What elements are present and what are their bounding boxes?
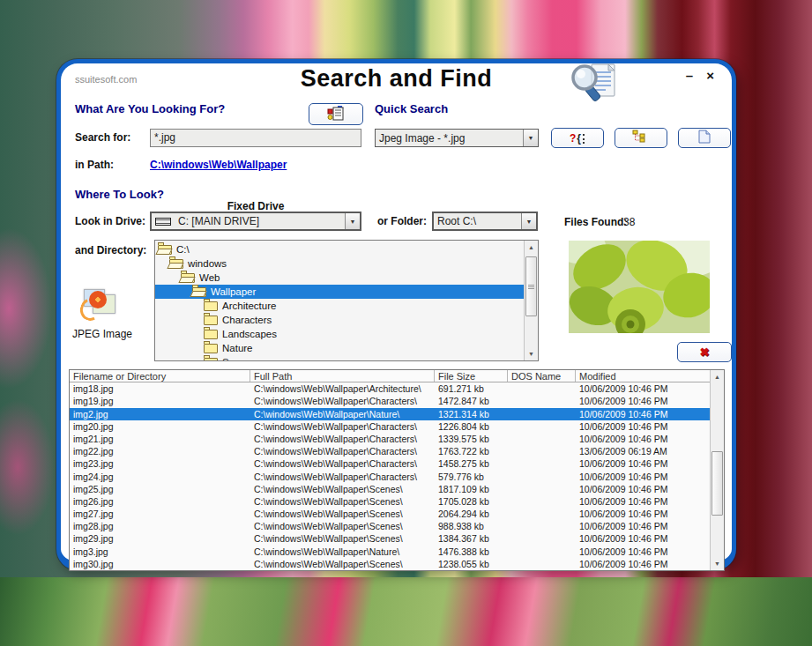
table-scrollbar[interactable] (710, 370, 724, 570)
magnifier-document-icon (565, 62, 620, 109)
tree-item[interactable]: Characters (155, 313, 524, 327)
col-fullpath[interactable]: Full Path (250, 370, 435, 382)
folder-icon (204, 316, 218, 325)
table-row[interactable]: img24.jpg C:\windows\Web\Wallpaper\Chara… (70, 471, 710, 483)
drive-select[interactable]: C: [MAIN DRIVE] (150, 212, 361, 231)
directory-tree[interactable]: C:\ windows Web Wallpaper Architecture C… (154, 240, 539, 361)
tree-item-label: Nature (222, 343, 253, 353)
hard-drive-icon (155, 218, 171, 226)
table-row[interactable]: img27.jpg C:\windows\Web\Wallpaper\Scene… (70, 508, 710, 520)
desktop-wallpaper-left (0, 203, 63, 555)
cell-filesize: 1763.722 kb (435, 445, 508, 457)
table-row[interactable]: img22.jpg C:\windows\Web\Wallpaper\Chara… (70, 445, 710, 457)
table-row[interactable]: img29.jpg C:\windows\Web\Wallpaper\Scene… (70, 532, 710, 545)
cell-filename: img28.jpg (70, 520, 250, 532)
table-row[interactable]: img30.jpg C:\windows\Web\Wallpaper\Scene… (70, 558, 710, 570)
cell-fullpath: C:\windows\Web\Wallpaper\Scenes\ (250, 483, 435, 495)
scroll-down-icon[interactable] (525, 347, 538, 360)
cell-filename: img30.jpg (70, 558, 250, 570)
cell-fullpath: C:\windows\Web\Wallpaper\Characters\ (250, 457, 435, 470)
tree-item[interactable]: Web (155, 271, 524, 285)
cell-filesize: 1321.314 kb (435, 408, 508, 420)
cell-modified: 10/06/2009 10:46 PM (576, 395, 710, 407)
col-modified[interactable]: Modified (576, 370, 710, 382)
path-link[interactable]: C:\windows\Web\Wallpaper (150, 159, 287, 171)
tree-item[interactable]: Nature (155, 341, 524, 355)
cell-filesize: 1238.055 kb (435, 558, 508, 570)
table-row[interactable]: img21.jpg C:\windows\Web\Wallpaper\Chara… (70, 433, 710, 445)
minimize-button[interactable]: – (686, 69, 693, 83)
cell-fullpath: C:\windows\Web\Wallpaper\Characters\ (250, 420, 435, 433)
chevron-down-icon[interactable] (523, 130, 538, 146)
cell-filesize: 579.776 kb (435, 471, 508, 483)
search-input[interactable]: *.jpg (150, 129, 361, 147)
image-preview (569, 241, 710, 333)
table-scrollbar-thumb[interactable] (711, 451, 723, 516)
cell-filename: img19.jpg (70, 395, 250, 407)
cell-filesize: 1472.847 kb (435, 395, 508, 407)
cell-filesize: 988.938 kb (435, 520, 508, 532)
table-row[interactable]: img20.jpg C:\windows\Web\Wallpaper\Chara… (70, 420, 710, 433)
cell-dosname (508, 520, 576, 532)
folder-select[interactable]: Root C:\ (432, 212, 538, 231)
cell-dosname (508, 420, 576, 433)
cell-filesize: 2064.294 kb (435, 508, 508, 520)
tree-item[interactable]: Wallpaper (155, 285, 524, 299)
folder-icon (204, 344, 218, 353)
quick-search-select[interactable]: Jpeg Image - *.jpg (375, 129, 539, 147)
cell-filename: img20.jpg (70, 420, 250, 433)
table-row[interactable]: img18.jpg C:\windows\Web\Wallpaper\Archi… (70, 382, 710, 395)
col-dosname[interactable]: DOS Name (508, 370, 576, 382)
folder-icon (181, 273, 195, 283)
cell-filename: img21.jpg (70, 433, 250, 445)
table-row[interactable]: img28.jpg C:\windows\Web\Wallpaper\Scene… (70, 520, 710, 532)
table-row[interactable]: img19.jpg C:\windows\Web\Wallpaper\Chara… (70, 395, 710, 407)
cell-modified: 10/06/2009 10:46 PM (576, 471, 710, 483)
report-button[interactable] (309, 103, 363, 125)
help-search-button[interactable]: ?{ (551, 128, 604, 148)
cell-fullpath: C:\windows\Web\Wallpaper\Nature\ (250, 546, 435, 558)
table-row[interactable]: img3.jpg C:\windows\Web\Wallpaper\Nature… (70, 546, 710, 558)
tree-item-label: Characters (222, 315, 272, 325)
folder-icon (192, 287, 206, 297)
scroll-up-icon[interactable] (711, 370, 724, 383)
clear-results-button[interactable] (677, 342, 732, 362)
chevron-down-icon[interactable] (521, 213, 536, 229)
tree-scrollbar[interactable] (524, 241, 538, 360)
scroll-up-icon[interactable] (525, 241, 538, 254)
results-table-body[interactable]: img18.jpg C:\windows\Web\Wallpaper\Archi… (70, 382, 710, 570)
table-row[interactable]: img25.jpg C:\windows\Web\Wallpaper\Scene… (70, 483, 710, 495)
scroll-down-icon[interactable] (711, 557, 724, 570)
tree-item-label: Architecture (222, 301, 276, 311)
table-row[interactable]: img23.jpg C:\windows\Web\Wallpaper\Chara… (70, 457, 710, 470)
cell-modified: 10/06/2009 10:46 PM (576, 495, 710, 508)
cell-modified: 10/06/2009 10:46 PM (576, 546, 710, 558)
where-to-look-heading: Where To Look? (75, 188, 164, 201)
table-row[interactable]: img2.jpg C:\windows\Web\Wallpaper\Nature… (70, 408, 710, 420)
cell-filename: img27.jpg (70, 508, 250, 520)
search-and-find-window: ssuitesoft.com Search and Find – × What … (56, 59, 736, 570)
fixed-drive-label: Fixed Drive (150, 200, 361, 212)
folder-tree-button[interactable] (615, 128, 667, 148)
chevron-down-icon[interactable] (345, 213, 360, 229)
tree-item[interactable]: C:\ (155, 242, 524, 256)
close-button[interactable]: × (706, 69, 714, 83)
cell-modified: 10/06/2009 10:46 PM (576, 420, 710, 433)
tree-item-label: Landscapes (222, 329, 277, 339)
tree-item[interactable]: Architecture (155, 299, 524, 313)
directory-tree-list[interactable]: C:\ windows Web Wallpaper Architecture C… (155, 241, 524, 360)
col-filename[interactable]: Filename or Directory (70, 370, 250, 382)
tree-item-label: Web (199, 272, 220, 283)
folder-tree-icon (632, 130, 650, 146)
col-filesize[interactable]: File Size (435, 370, 508, 382)
table-row[interactable]: img26.jpg C:\windows\Web\Wallpaper\Scene… (70, 495, 710, 508)
cell-filesize: 1817.109 kb (435, 483, 508, 495)
tree-item[interactable]: Landscapes (155, 327, 524, 341)
cell-dosname (508, 457, 576, 470)
new-document-button[interactable] (678, 128, 731, 148)
results-table[interactable]: Filename or Directory Full Path File Siz… (69, 369, 725, 571)
cell-filesize: 1339.575 kb (435, 433, 508, 445)
tree-item[interactable]: Samsung (155, 355, 524, 360)
tree-item[interactable]: windows (155, 256, 524, 271)
tree-scrollbar-thumb[interactable] (525, 256, 537, 316)
